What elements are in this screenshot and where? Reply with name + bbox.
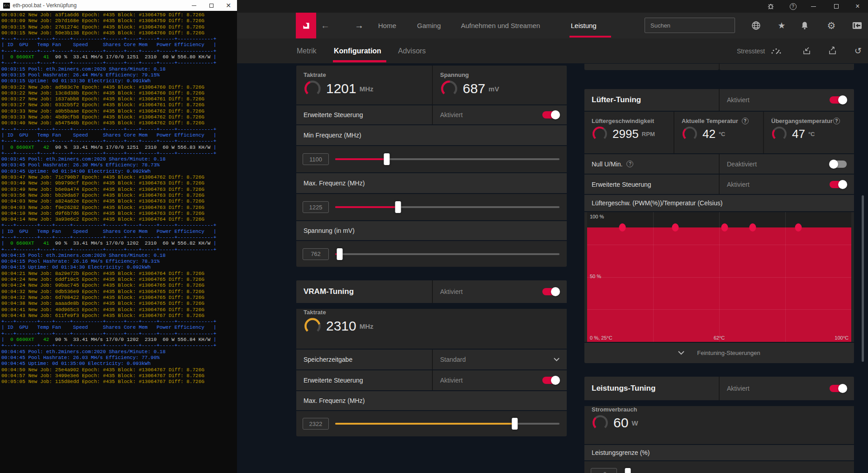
window-close-icon[interactable]: × [851, 0, 864, 13]
nav-item-gaming[interactable]: Gaming [417, 13, 441, 38]
star-favorites-icon[interactable]: ★ [775, 13, 788, 38]
nav-item-performance[interactable]: Leistung [571, 13, 597, 38]
vram-tuning-toggle[interactable] [542, 288, 560, 295]
terminal-line: 00:04:32 New Job: 0db536e9 Epoch: #435 B… [1, 289, 216, 295]
power-consumption-stat: Stromverbrauch 60 W [584, 406, 854, 444]
voltage-value[interactable]: 762 [303, 248, 329, 260]
terminal-line: | ID GPU Temp Fan Speed Shares Core Mem … [1, 42, 216, 48]
max-frequency-label: Max. Frequenz (MHz) [296, 173, 567, 193]
voltage-slider[interactable] [335, 253, 560, 255]
reset-icon[interactable]: ↺ [852, 38, 864, 63]
window-minimize-icon[interactable] [807, 0, 820, 13]
tab-metrik[interactable]: Metrik [297, 38, 317, 63]
gpu-clock-gauge-icon [304, 80, 322, 98]
terminal-window: C:\ eth-pool.bat - Verknüpfung ✕ 00:03:0… [0, 0, 237, 473]
max-frequency-value[interactable]: 1225 [303, 201, 329, 213]
search-box[interactable] [645, 18, 735, 33]
min-frequency-slider-row: 1100 [296, 146, 567, 172]
help-icon[interactable]: ? [787, 0, 799, 13]
help-tooltip-icon[interactable]: ? [833, 118, 840, 124]
terminal-line: +---+-------+----+-----+----------+-----… [1, 127, 216, 132]
terminal-line: 00:03:09 New Job: 2b7d168e Epoch: #435 B… [1, 18, 216, 24]
slider-handle[interactable] [512, 418, 517, 430]
fan-speed-stat: Lüftergeschwindigkeit 2995 RPM [584, 112, 674, 153]
fan-curve-point[interactable] [721, 223, 728, 232]
stresstest-gauge-icon[interactable] [769, 38, 783, 63]
tab-konfiguration[interactable]: Konfiguration [334, 38, 381, 63]
nav-forward-icon[interactable]: → [352, 13, 366, 38]
bug-report-icon[interactable] [764, 0, 777, 13]
vram-clock-gauge-icon [304, 317, 322, 335]
terminal-line: +---+-------+----+-----+----------+-----… [1, 36, 216, 42]
max-frequency-slider[interactable] [335, 206, 560, 208]
terminal-minimize-button[interactable] [185, 0, 203, 11]
terminal-line: 00:03:56 New Job: bb29da67 Epoch: #435 B… [1, 193, 216, 199]
gpu-tuning-card: Taktrate 1201 MHz Spannung 687 [296, 66, 567, 267]
min-frequency-value[interactable]: 1100 [303, 153, 329, 165]
overlay-panel-icon[interactable] [850, 13, 864, 38]
terminal-line: | ID GPU Temp Fan Speed Shares Core Mem … [1, 325, 216, 331]
terminal-line: 00:03:15 New Job: 50e3b138 Epoch: #435 B… [1, 30, 216, 36]
globe-icon[interactable] [749, 13, 762, 38]
xtick-mid: 62°C [714, 335, 725, 341]
fan-curve-point[interactable] [749, 223, 756, 232]
fine-tuning-controls-button[interactable]: Feintuning-Steuerungen [584, 343, 854, 363]
slider-handle[interactable] [395, 201, 401, 213]
fan-tuning-toggle[interactable] [830, 96, 847, 104]
nav-item-record-stream[interactable]: Aufnehmen und Streamen [461, 13, 540, 38]
terminal-line: | 0 6600XT 41 90 % 33.41 MH/s 17/0/0 120… [1, 241, 216, 246]
gpu-advanced-control-label: Erweiterte Steuerung [296, 105, 432, 124]
ytick-50: 50 % [590, 274, 601, 279]
export-profile-icon[interactable] [826, 38, 838, 63]
gpu-advanced-toggle[interactable] [542, 111, 560, 118]
terminal-close-button[interactable]: ✕ [220, 0, 237, 11]
fan-tuning-state-row: Aktiviert [720, 89, 854, 111]
screen: { "colors":{"accent":"#d9073e","vram_acc… [0, 0, 868, 473]
power-limit-value[interactable]: -6 [591, 468, 617, 473]
terminal-line: 00:04:50 New Job: 25e4a902 Epoch: #435 B… [1, 367, 216, 373]
chevron-down-icon [678, 351, 684, 355]
vram-max-frequency-value[interactable]: 2322 [303, 418, 329, 430]
settings-gear-icon[interactable]: ⚙ [825, 13, 838, 38]
terminal-line: 00:04:45 Pool: eth.2miners.com:2020 Shar… [1, 349, 216, 355]
slider-handle[interactable] [384, 153, 390, 165]
terminal-maximize-button[interactable] [203, 0, 220, 11]
terminal-line: 00:03:33 New Job: a0b5baae Epoch: #435 B… [1, 109, 216, 114]
xtick-min: 0 %, 25°C [590, 335, 612, 341]
current-temp-gauge-icon [682, 126, 698, 142]
voltage-label: Spannung (in mV) [296, 221, 567, 240]
slider-handle[interactable] [337, 248, 342, 260]
vertical-scrollbar[interactable] [862, 195, 864, 362]
window-maximize-icon[interactable] [830, 0, 843, 13]
power-limit-slider-row: -6 [584, 461, 854, 473]
nav-back-icon[interactable]: ← [318, 13, 332, 38]
notifications-bell-icon[interactable] [798, 13, 811, 38]
terminal-line: 00:03:15 Uptime: 0d 01:33:30 Electricity… [1, 78, 216, 84]
vram-clock-stat: Taktrate 2310 MHz [296, 309, 567, 349]
help-tooltip-icon[interactable]: ? [742, 118, 749, 124]
memory-timing-select[interactable]: Standard [433, 350, 567, 369]
fan-curve-point[interactable] [672, 223, 678, 232]
terminal-line: 00:04:43 New Job: 611fe9f3 Epoch: #435 B… [1, 313, 216, 319]
zero-rpm-toggle[interactable] [830, 161, 847, 168]
amd-logo[interactable] [296, 13, 316, 38]
chevron-down-icon [554, 358, 560, 361]
help-tooltip-icon[interactable]: ? [626, 161, 633, 167]
terminal-line: | ID GPU Temp Fan Speed Shares Core Mem … [1, 132, 216, 138]
slider-handle[interactable] [625, 468, 631, 473]
min-frequency-slider[interactable] [335, 158, 560, 160]
vram-advanced-toggle[interactable] [542, 377, 560, 384]
import-profile-icon[interactable] [801, 38, 812, 63]
memory-timing-label: Speicherzeitgabe [296, 350, 432, 369]
terminal-line: 00:03:33 New Job: 4bd9cfb8 Epoch: #435 B… [1, 114, 216, 120]
nav-item-home[interactable]: Home [378, 13, 396, 38]
search-input[interactable] [645, 22, 730, 29]
terminal-line: 00:04:41 New Job: 40d965c3 Epoch: #435 B… [1, 307, 216, 313]
fan-curve-point[interactable] [795, 223, 802, 232]
fan-curve-point[interactable] [619, 223, 626, 232]
tab-advisors[interactable]: Advisors [398, 38, 426, 63]
power-tuning-toggle[interactable] [830, 385, 847, 392]
terminal-titlebar[interactable]: C:\ eth-pool.bat - Verknüpfung ✕ [0, 0, 237, 11]
fan-advanced-toggle[interactable] [830, 181, 847, 188]
vram-max-frequency-slider[interactable] [335, 423, 560, 425]
